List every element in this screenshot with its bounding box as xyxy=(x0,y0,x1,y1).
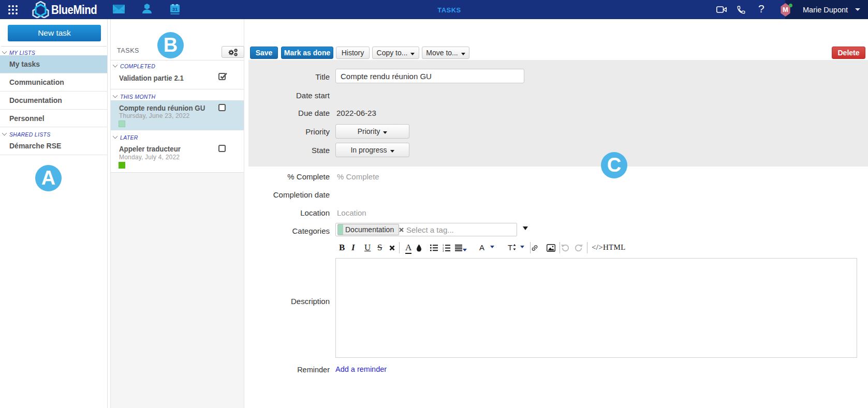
svg-text:3: 3 xyxy=(443,250,444,252)
svg-text:2: 2 xyxy=(443,247,444,250)
svg-text:1: 1 xyxy=(443,244,444,247)
svg-text:31: 31 xyxy=(172,6,178,12)
